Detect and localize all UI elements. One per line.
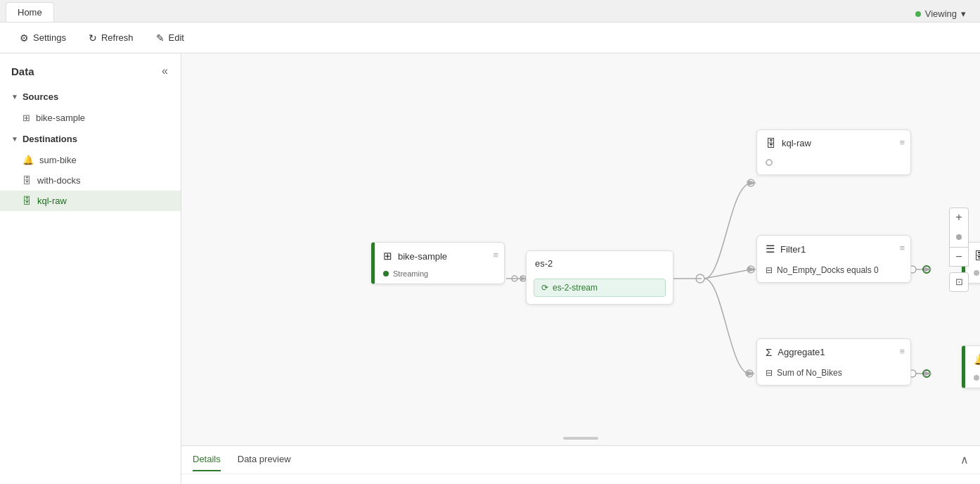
es2-stream-tag: ⟳ es-2-stream [534,279,666,297]
table-icon: ⊞ [383,250,392,262]
es2-stream-label: es-2-stream [553,283,598,293]
svg-point-6 [747,179,754,186]
grid-icon: ⊞ [22,113,30,123]
filter1-condition-text: No_Empty_Docks equals 0 [777,265,879,275]
zoom-controls: + − ⊡ [949,208,969,292]
sources-section-header[interactable]: ▼ Sources [0,86,181,108]
kql-db-icon: 🗄 [766,137,776,149]
zoom-out-button[interactable]: − [949,247,969,267]
destinations-label: Destinations [22,134,77,144]
svg-marker-16 [924,267,932,272]
sidebar-title: Data « [0,53,181,86]
refresh-label: Refresh [101,32,134,43]
es2-node-title: es-2 [535,258,553,269]
svg-marker-3 [520,276,526,281]
zoom-indicator [956,234,962,240]
bike-sample-node-header: ⊞ bike-sample [375,243,504,269]
svg-marker-10 [748,267,756,272]
tab-details[interactable]: Details [193,448,221,471]
svg-point-11 [746,370,753,377]
sidebar-item-with-docks[interactable]: 🗄 with-docks [0,170,181,191]
bike-sample-status: Streaming [375,269,504,284]
database-icon: 🗄 [22,175,32,186]
svg-marker-12 [747,371,755,376]
filter1-condition: ⊟ No_Empty_Docks equals 0 [757,262,910,282]
viewing-button[interactable]: Viewing ▾ [907,6,974,22]
chevron-down-icon: ▾ [961,8,966,19]
sidebar-item-sum-bike[interactable]: 🔔 sum-bike [0,150,181,170]
collapse-bottom-button[interactable]: ∧ [960,453,969,466]
agg-row-icon: ⊟ [766,368,773,378]
filter-icon: ☰ [766,243,775,255]
sidebar-item-bike-sample[interactable]: ⊞ bike-sample [0,108,181,128]
svg-point-9 [747,266,754,273]
with-docks-status-dot [974,270,979,276]
database-active-icon: 🗄 [22,196,32,206]
canvas[interactable]: ⊞ bike-sample Streaming ≡ es-2 ⟳ es-2-st… [181,53,980,445]
sum-bike-bell-icon: 🔔 [974,353,980,366]
viewing-label: Viewing [925,8,957,19]
filter-row-icon: ⊟ [766,265,773,275]
svg-marker-20 [924,371,932,376]
bike-sample-node[interactable]: ⊞ bike-sample Streaming ≡ [371,242,505,284]
kql-raw-node[interactable]: 🗄 kql-raw ≡ [756,129,911,175]
kql-raw-node-header: 🗄 kql-raw [757,130,910,156]
svg-point-15 [923,266,930,273]
bike-sample-node-title: bike-sample [398,251,447,262]
svg-point-19 [923,370,930,377]
tab-data-preview[interactable]: Data preview [238,448,291,471]
bottom-tabs: Details Data preview ∧ [181,446,980,474]
scroll-indicator [563,437,598,440]
tab-home[interactable]: Home [6,2,54,22]
kql-raw-menu-icon[interactable]: ≡ [899,137,905,148]
aggregate1-menu-icon[interactable]: ≡ [899,346,905,357]
svg-line-8 [704,269,751,279]
sources-label: Sources [22,91,58,102]
sum-bike-node-header: 🔔 sum-bike [965,346,980,373]
toolbar: ⚙ Settings ↻ Refresh ✎ Edit [0,23,980,53]
with-docks-label: with-docks [37,175,80,186]
svg-point-1 [512,276,517,281]
svg-marker-7 [748,180,756,186]
filter1-node[interactable]: ☰ Filter1 ⊟ No_Empty_Docks equals 0 ≡ [756,235,911,283]
filter1-title: Filter1 [780,244,806,255]
settings-button[interactable]: ⚙ Settings [11,28,75,48]
streaming-label: Streaming [393,269,428,278]
filter1-node-header: ☰ Filter1 [757,236,910,262]
destinations-section-header[interactable]: ▼ Destinations [0,128,181,150]
zoom-fit-button[interactable]: ⊡ [949,272,969,292]
edit-label: Edit [169,32,184,43]
es2-node-header: es-2 [527,251,673,276]
filter1-menu-icon[interactable]: ≡ [899,243,905,253]
sum-bike-node[interactable]: 🔔 sum-bike Created 🔧 ≡ [962,345,980,388]
sidebar: Data « ▼ Sources ⊞ bike-sample ▼ Destina… [0,53,181,484]
bottom-panel: Details Data preview ∧ [181,445,980,484]
aggregate1-title: Aggregate1 [778,347,825,357]
bell-icon: 🔔 [22,155,34,165]
edit-icon: ✎ [156,32,165,44]
bike-sample-label: bike-sample [36,113,85,123]
sigma-icon: Σ [766,346,772,358]
with-docks-db-icon: 🗄 [974,250,980,262]
kql-raw-label: kql-raw [37,196,67,206]
aggregate1-condition: ⊟ Sum of No_Bikes [757,365,910,385]
sum-bike-status: Created 🔧 [965,373,980,388]
refresh-button[interactable]: ↻ Refresh [80,28,142,48]
edit-button[interactable]: ✎ Edit [148,28,193,48]
streaming-dot [383,271,389,276]
collapse-sidebar-button[interactable]: « [160,63,169,79]
aggregate1-condition-text: Sum of No_Bikes [777,368,842,378]
zoom-in-button[interactable]: + [949,208,969,227]
sidebar-item-kql-raw[interactable]: 🗄 kql-raw [0,191,181,211]
canvas-area: ⊞ bike-sample Streaming ≡ es-2 ⟳ es-2-st… [181,53,980,484]
es2-node[interactable]: es-2 ⟳ es-2-stream [526,250,673,305]
bike-sample-menu-icon[interactable]: ≡ [493,250,498,260]
main-layout: Data « ▼ Sources ⊞ bike-sample ▼ Destina… [0,53,980,484]
svg-point-5 [696,274,704,283]
refresh-icon: ↻ [89,32,97,44]
kql-loading-icon [766,159,773,166]
svg-point-2 [520,276,526,281]
aggregate1-node[interactable]: Σ Aggregate1 ⊟ Sum of No_Bikes ≡ [756,338,911,386]
settings-icon: ⚙ [20,32,29,44]
viewing-dot [915,11,921,17]
